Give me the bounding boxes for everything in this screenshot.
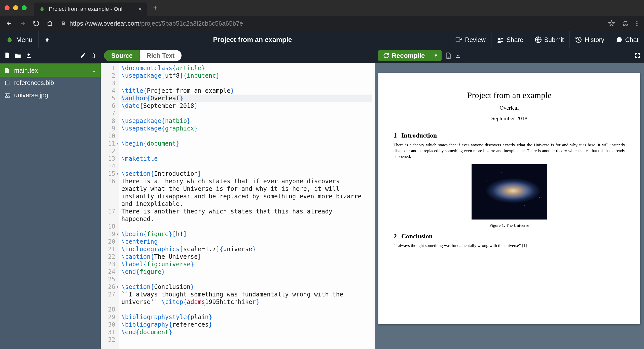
file-tree: main.tex⌄references.bibuniverse.jpg	[0, 63, 101, 101]
url-input[interactable]: https://www.overleaf.com/project/5bab51c…	[58, 18, 606, 29]
file-tree-sidebar: main.tex⌄references.bibuniverse.jpg	[0, 48, 101, 349]
code-line[interactable]: \usepackage{natbib}	[121, 117, 372, 125]
pdf-date: September 2018	[393, 115, 625, 122]
code-line[interactable]	[121, 276, 372, 283]
tab-rich-text[interactable]: Rich Text	[140, 50, 182, 61]
history-button[interactable]: History	[569, 31, 610, 48]
window-controls	[5, 5, 27, 10]
svg-point-8	[501, 38, 503, 39]
code-line[interactable]: ``I always thought something was fundame…	[121, 291, 372, 298]
code-line[interactable]	[121, 79, 372, 87]
browser-tab[interactable]: Project from an example - Onl ×	[34, 3, 147, 16]
code-line[interactable]: \begin{figure}[h!]	[121, 230, 372, 238]
line-gutter: 1234567891011121314151617181920212223242…	[101, 63, 119, 349]
code-line[interactable]	[121, 162, 372, 170]
pdf-figure: Figure 1: The Universe	[393, 164, 625, 228]
code-line[interactable]: \section{Introduction}	[121, 170, 372, 178]
header-actions: Ab Review Share Submit History Chat	[450, 31, 644, 48]
pdf-viewer[interactable]: Project from an example Overleaf Septemb…	[375, 63, 644, 349]
tab-close-icon[interactable]: ×	[138, 5, 142, 13]
code-line[interactable]: \begin{document}	[121, 140, 372, 147]
review-button[interactable]: Ab Review	[450, 31, 491, 48]
browser-chrome: Project from an example - Onl × + https:…	[0, 0, 644, 31]
svg-point-1	[626, 24, 627, 26]
code-line[interactable]: \documentclass{article}	[121, 64, 372, 72]
code-line[interactable]: \section{Conclusion}	[121, 283, 372, 291]
code-line[interactable]: \end{figure}	[121, 268, 372, 276]
window-close-button[interactable]	[5, 5, 10, 10]
svg-text:Ab: Ab	[460, 37, 462, 39]
rename-icon[interactable]	[80, 53, 86, 59]
new-file-icon[interactable]	[5, 52, 10, 59]
overleaf-favicon-icon	[39, 6, 45, 12]
back-button[interactable]	[4, 18, 15, 29]
pdf-figure-image	[472, 164, 547, 220]
code-line[interactable]	[121, 110, 372, 117]
code-line[interactable]: exactly what the Universe is for and why…	[121, 185, 372, 193]
reload-button[interactable]	[31, 18, 42, 29]
code-line[interactable]: and inexplicable.	[121, 200, 372, 208]
submit-button[interactable]: Submit	[529, 31, 569, 48]
code-line[interactable]	[121, 147, 372, 155]
forward-button[interactable]	[17, 18, 28, 29]
browser-menu-icon[interactable]	[636, 20, 638, 27]
code-line[interactable]: \date{September 2018}	[121, 102, 372, 110]
delete-icon[interactable]	[91, 53, 96, 59]
download-pdf-icon[interactable]	[455, 53, 461, 59]
home-button[interactable]	[44, 18, 55, 29]
code-editor[interactable]: 1234567891011121314151617181920212223242…	[101, 63, 375, 349]
editor-mode-pill: Source Rich Text	[104, 50, 182, 61]
incognito-icon[interactable]	[622, 20, 629, 27]
main-area: main.tex⌄references.bibuniverse.jpg Sour…	[0, 48, 644, 349]
code-line[interactable]	[121, 336, 372, 343]
upload-icon[interactable]	[26, 53, 32, 59]
code-line[interactable]	[121, 306, 372, 313]
svg-point-2	[636, 21, 638, 22]
code-line[interactable]	[121, 132, 372, 140]
code-line[interactable]: \maketitle	[121, 155, 372, 162]
code-line[interactable]: \caption{The Universe}	[121, 253, 372, 260]
fullscreen-icon[interactable]	[634, 53, 640, 59]
code-area[interactable]: \documentclass{article}\usepackage[utf8]…	[119, 63, 375, 349]
code-line[interactable]: \usepackage{graphicx}	[121, 125, 372, 132]
file-item-universe-jpg[interactable]: universe.jpg	[0, 89, 101, 101]
code-line[interactable]: \includegraphics[scale=1.7]{universe}	[121, 245, 372, 253]
view-logs-icon[interactable]	[446, 52, 451, 59]
code-line[interactable]: There is another theory which states tha…	[121, 208, 372, 215]
window-minimize-button[interactable]	[13, 5, 18, 10]
browser-tab-title: Project from an example - Onl	[49, 6, 135, 12]
code-line[interactable]: \title{Project from an example}	[121, 87, 372, 95]
new-tab-button[interactable]: +	[153, 4, 158, 12]
back-to-projects-button[interactable]	[39, 31, 55, 48]
code-line[interactable]: \usepackage[utf8]{inputenc}	[121, 72, 372, 79]
pdf-figure-caption: Figure 1: The Universe	[393, 223, 625, 228]
code-line[interactable]: There is a theory which states that if e…	[121, 178, 372, 185]
file-item-main-tex[interactable]: main.tex⌄	[0, 64, 101, 77]
tab-source[interactable]: Source	[104, 50, 140, 61]
project-title: Project from an example	[55, 36, 450, 44]
menu-button[interactable]: Menu	[0, 31, 39, 48]
code-line[interactable]: \centering	[121, 238, 372, 245]
code-line[interactable]: universe'' \citep{adams1995hitchhiker}	[121, 298, 372, 306]
pdf-toolbar: Recompile ▼	[375, 48, 644, 63]
file-name: main.tex	[14, 67, 38, 74]
svg-rect-5	[456, 38, 460, 41]
code-line[interactable]: \author{Overleaf}	[121, 95, 372, 102]
new-folder-icon[interactable]	[15, 53, 21, 58]
code-line[interactable]: \end{document}	[121, 328, 372, 336]
code-line[interactable]: \label{fig:universe}	[121, 260, 372, 268]
code-line[interactable]	[121, 223, 372, 230]
recompile-dropdown-button[interactable]: ▼	[430, 50, 442, 61]
pdf-quote: “I always thought something was fundamen…	[393, 243, 625, 248]
code-line[interactable]: happened.	[121, 215, 372, 223]
chat-button[interactable]: Chat	[610, 31, 644, 48]
overleaf-logo-icon	[6, 36, 13, 43]
window-maximize-button[interactable]	[22, 5, 27, 10]
file-item-references-bib[interactable]: references.bib	[0, 77, 101, 89]
code-line[interactable]: \bibliography{references}	[121, 321, 372, 328]
bookmark-star-icon[interactable]	[608, 20, 615, 27]
share-button[interactable]: Share	[491, 31, 529, 48]
code-line[interactable]: \bibliographystyle{plain}	[121, 313, 372, 321]
code-line[interactable]: instantly disappear and be replaced by s…	[121, 193, 372, 200]
recompile-button[interactable]: Recompile	[378, 52, 430, 60]
